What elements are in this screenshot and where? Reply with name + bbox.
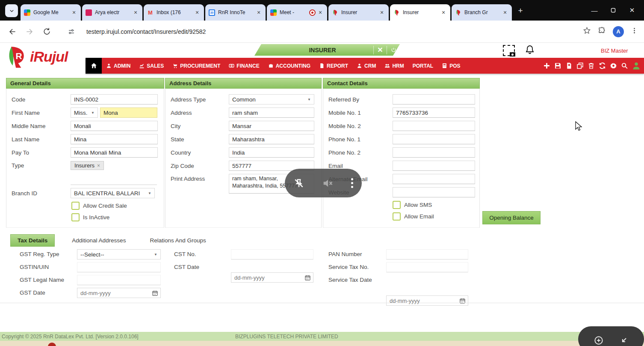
pan-number-field[interactable] <box>386 249 468 260</box>
new-tab-button[interactable]: + <box>515 5 526 16</box>
site-info-icon[interactable] <box>65 25 78 38</box>
user-icon[interactable] <box>632 61 641 71</box>
browser-tab-meet-call[interactable]: Meet - × <box>267 4 327 21</box>
remove-tag-icon[interactable]: × <box>97 163 100 169</box>
forward-arrow-icon[interactable] <box>23 25 36 38</box>
website-field[interactable] <box>393 187 475 197</box>
salutation-select[interactable]: Miss. ▼ <box>71 107 98 118</box>
pay-to-field[interactable] <box>71 147 158 158</box>
nav-item-procurement[interactable]: PROCUREMENT <box>168 58 225 74</box>
nav-item-hrm[interactable]: HRM <box>380 58 408 74</box>
mobile1-field[interactable] <box>393 107 475 118</box>
branch-id-select[interactable]: BAL ICENTRAL BALLARI ▼ <box>71 188 155 198</box>
tab-close-icon[interactable]: × <box>378 9 385 16</box>
collapse-arrow-icon[interactable] <box>619 335 629 346</box>
screenshot-camera-icon[interactable] <box>503 45 515 56</box>
tab-additional-addresses[interactable]: Additional Addresses <box>65 235 133 246</box>
gst-legal-name-field[interactable] <box>77 275 161 285</box>
email-field[interactable] <box>393 161 475 171</box>
nav-item-pos[interactable]: POS <box>437 58 464 74</box>
nav-item-admin[interactable]: ADMIN <box>102 58 135 74</box>
phone1-field[interactable] <box>393 134 475 144</box>
cst-no-field[interactable] <box>231 249 313 260</box>
add-record-icon[interactable] <box>543 62 550 69</box>
code-field[interactable] <box>71 94 158 104</box>
reload-icon[interactable] <box>40 25 53 38</box>
settings-gear-icon[interactable] <box>610 62 617 69</box>
search-icon[interactable] <box>621 62 628 69</box>
tab-tax-details[interactable]: Tax Details <box>10 234 55 247</box>
volume-muted-icon[interactable] <box>322 177 334 189</box>
nav-item-accounting[interactable]: ACCOUNTING <box>264 58 315 74</box>
service-tax-no-field[interactable] <box>386 262 468 272</box>
tab-close-icon[interactable]: × <box>71 9 77 16</box>
gst-reg-type-select[interactable]: --Select-- ▼ <box>77 249 161 260</box>
referred-by-field[interactable] <box>393 94 475 104</box>
alternate-email-field[interactable] <box>393 174 475 184</box>
city-field[interactable] <box>229 121 314 131</box>
save-icon[interactable] <box>554 62 561 69</box>
tab-close-icon[interactable]: × <box>317 9 324 16</box>
last-name-field[interactable] <box>71 134 158 144</box>
browser-menu-icon[interactable] <box>631 27 638 36</box>
banner-close-icon[interactable]: ✕ <box>373 46 387 54</box>
allow-credit-sale-checkbox[interactable] <box>71 202 80 210</box>
nav-item-portal[interactable]: PORTAL <box>408 58 437 74</box>
browser-tab-insurer-1[interactable]: Insurer × <box>328 4 389 21</box>
browser-tab-google-meet[interactable]: Google Me × <box>21 4 81 21</box>
cst-date-input[interactable] <box>231 274 302 281</box>
tab-close-icon[interactable]: × <box>502 9 508 16</box>
first-name-field[interactable] <box>100 107 157 118</box>
is-inactive-checkbox[interactable] <box>71 213 80 221</box>
allow-email-checkbox[interactable] <box>393 212 401 221</box>
nav-item-finance[interactable]: FINANCE <box>225 58 263 74</box>
gstin-field[interactable] <box>77 262 161 272</box>
minimize-button[interactable]: — <box>585 0 604 21</box>
tab-close-icon[interactable]: × <box>194 9 201 16</box>
calendar-icon[interactable] <box>152 290 158 296</box>
back-arrow-icon[interactable] <box>6 25 19 38</box>
nav-item-sales[interactable]: SALES <box>135 58 168 74</box>
nav-item-report[interactable]: REPORT <box>315 58 352 74</box>
browser-tab-inbox[interactable]: Inbox (176 × <box>144 4 204 21</box>
nav-item-crm[interactable]: CRM <box>352 58 380 74</box>
gst-date-input[interactable] <box>77 290 150 296</box>
banner-power-icon[interactable] <box>387 46 400 54</box>
browser-tab-calendar[interactable]: RnR InnoTe × <box>205 4 266 21</box>
notification-bell-icon[interactable] <box>525 44 535 57</box>
type-multiselect[interactable]: Insurers × <box>71 161 157 185</box>
refresh-icon[interactable] <box>599 62 606 69</box>
bookmark-star-icon[interactable] <box>583 27 591 36</box>
tab-close-icon[interactable]: × <box>255 9 262 16</box>
profile-avatar[interactable]: A <box>613 26 624 37</box>
mobile2-field[interactable] <box>393 121 475 131</box>
middle-name-field[interactable] <box>71 121 158 131</box>
cst-date-field[interactable] <box>231 272 313 283</box>
calendar-icon[interactable] <box>304 274 311 281</box>
url-address[interactable]: testerp.irujul.com/contact/Insurers/edit… <box>86 28 578 35</box>
browser-tab-branch[interactable]: Branch Gr × <box>452 4 512 21</box>
browser-tab-arya[interactable]: Arya electr × <box>82 4 142 21</box>
tab-close-icon[interactable]: × <box>440 9 447 16</box>
trash-icon[interactable] <box>588 62 595 69</box>
address-field[interactable] <box>229 107 314 118</box>
country-field[interactable] <box>229 147 314 158</box>
address-type-select[interactable]: Common ▼ <box>229 94 314 104</box>
phone2-field[interactable] <box>393 147 475 158</box>
gst-date-field[interactable] <box>77 288 161 298</box>
extensions-icon[interactable] <box>598 27 606 36</box>
new-file-icon[interactable] <box>565 62 573 69</box>
state-field[interactable] <box>229 134 314 144</box>
opening-balance-button[interactable]: Opening Balance <box>482 211 541 224</box>
allow-sms-checkbox[interactable] <box>393 201 401 209</box>
maximize-button[interactable] <box>604 0 623 21</box>
close-window-button[interactable]: ✕ <box>623 0 641 21</box>
home-button[interactable] <box>86 58 102 74</box>
user-label[interactable]: BIZ Master <box>601 48 628 54</box>
zoom-plus-icon[interactable] <box>593 335 604 346</box>
tab-relations-and-groups[interactable]: Relations And Groups <box>143 235 213 246</box>
unpin-icon[interactable] <box>293 178 304 189</box>
browser-tab-insurer-active[interactable]: Insurer × <box>390 4 450 21</box>
more-options-icon[interactable] <box>351 178 353 188</box>
copy-icon[interactable] <box>576 62 584 69</box>
